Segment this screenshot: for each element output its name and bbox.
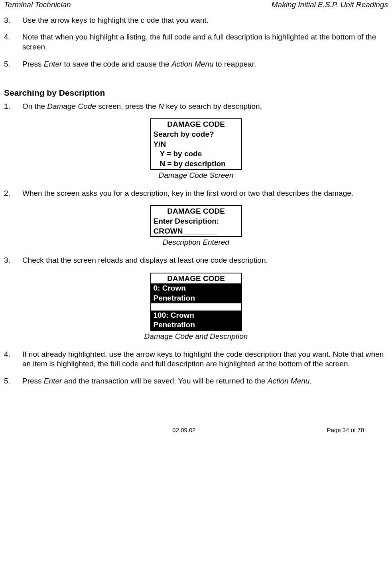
step-number: 4. (4, 350, 22, 369)
screen-box: DAMAGE CODE 0: Crown Penetration 100: Cr… (150, 273, 242, 331)
section-heading: Searching by Description (4, 87, 388, 98)
step-text: Check that the screen reloads and displa… (22, 256, 388, 265)
screen-blank-row (151, 303, 241, 311)
screen-line: Y = by code (151, 149, 241, 159)
screen-row-highlighted: Penetration (151, 293, 241, 303)
step-text: On the Damage Code screen, press the N k… (22, 102, 388, 112)
screen-line: N = by description (151, 159, 241, 169)
step-text: Press Enter to save the code and cause t… (22, 59, 388, 69)
desc-step-4: 4. If not already highlighted, use the a… (4, 350, 388, 369)
desc-step-5: 5. Press Enter and the transaction will … (4, 376, 388, 386)
damage-code-and-description-figure: DAMAGE CODE 0: Crown Penetration 100: Cr… (4, 273, 388, 342)
page-header: Terminal Technician Making Initial E.S.P… (4, 0, 388, 10)
step-4: 4. Note that when you highlight a listin… (4, 32, 388, 52)
step-number: 1. (4, 102, 22, 112)
footer-page: Page 34 of 70 (244, 426, 364, 434)
step-number: 3. (4, 16, 22, 26)
screen-title: DAMAGE CODE (151, 206, 241, 216)
figure-caption: Damage Code and Description (4, 332, 388, 342)
step-number: 2. (4, 189, 22, 199)
figure-caption: Description Entered (4, 238, 388, 248)
step-number: 3. (4, 256, 22, 265)
screen-title: DAMAGE CODE (151, 273, 241, 284)
desc-step-1: 1. On the Damage Code screen, press the … (4, 102, 388, 112)
screen-title: DAMAGE CODE (151, 119, 241, 130)
description-entered-figure: DAMAGE CODE Enter Description: CROWN____… (4, 205, 388, 248)
step-text: Use the arrow keys to highlight the c od… (22, 16, 388, 26)
step-text: Press Enter and the transaction will be … (22, 376, 388, 386)
figure-caption: Damage Code Screen (4, 171, 388, 181)
step-number: 5. (4, 376, 22, 386)
screen-line: Search by code? (151, 130, 241, 140)
screen-box: DAMAGE CODE Enter Description: CROWN____… (150, 205, 242, 237)
step-text: Note that when you highlight a listing, … (22, 32, 388, 52)
header-right: Making Initial E.S.P. Unit Readings (272, 0, 388, 10)
screen-row-highlighted: Penetration (151, 320, 241, 330)
step-text: When the screen asks you for a descripti… (22, 189, 388, 199)
step-number: 5. (4, 59, 22, 69)
screen-row-highlighted: 0: Crown (151, 283, 241, 293)
screen-box: DAMAGE CODE Search by code? Y/N Y = by c… (150, 118, 242, 169)
page-footer: 02.09.02 Page 34 of 70 (4, 426, 388, 434)
footer-date: 02.09.02 (124, 426, 244, 434)
screen-row-highlighted: 100: Crown (151, 311, 241, 320)
screen-line: Y/N (151, 140, 241, 149)
step-5: 5. Press Enter to save the code and caus… (4, 59, 388, 69)
step-number: 4. (4, 32, 22, 52)
screen-line: CROWN________ (151, 226, 241, 236)
step-3: 3. Use the arrow keys to highlight the c… (4, 16, 388, 26)
step-text: If not already highlighted, use the arro… (22, 350, 388, 369)
header-left: Terminal Technician (4, 0, 71, 10)
damage-code-screen-figure: DAMAGE CODE Search by code? Y/N Y = by c… (4, 118, 388, 180)
desc-step-2: 2. When the screen asks you for a descri… (4, 189, 388, 199)
desc-step-3: 3. Check that the screen reloads and dis… (4, 256, 388, 265)
screen-line: Enter Description: (151, 216, 241, 226)
